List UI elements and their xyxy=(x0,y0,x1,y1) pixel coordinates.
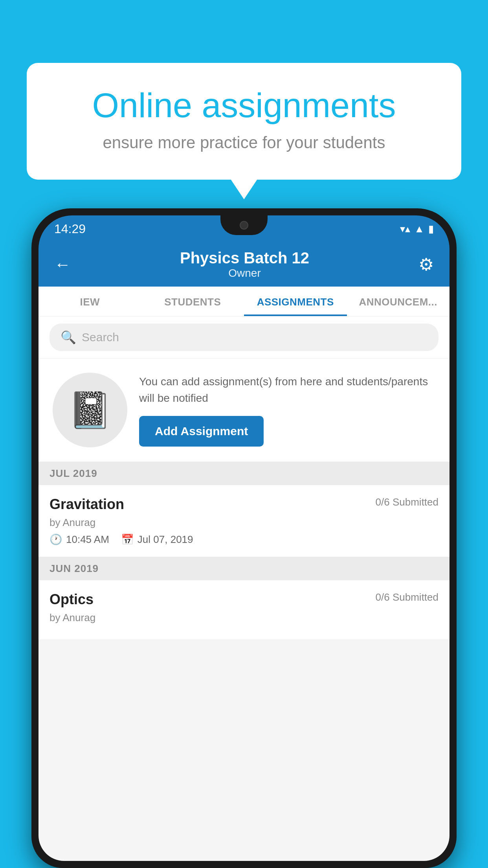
assignment-time: 🕐 10:45 AM xyxy=(50,533,109,546)
month-label-jun: JUN 2019 xyxy=(50,563,99,574)
signal-icon: ▲ xyxy=(414,223,424,235)
speech-bubble-subtitle: ensure more practice for your students xyxy=(58,133,430,152)
assignment-date: 📅 Jul 07, 2019 xyxy=(121,533,193,546)
speech-bubble: Online assignments ensure more practice … xyxy=(27,63,461,180)
assignment-item-gravitation[interactable]: Gravitation 0/6 Submitted by Anurag 🕐 10… xyxy=(39,485,449,557)
search-icon: 🔍 xyxy=(61,330,76,345)
notebook-icon: 📓 xyxy=(68,390,112,431)
wifi-icon: ▾▴ xyxy=(400,223,410,235)
header-title-group: Physics Batch 12 Owner xyxy=(71,249,418,280)
tab-students[interactable]: STUDENTS xyxy=(141,287,244,316)
notch-camera xyxy=(240,221,248,230)
search-placeholder: Search xyxy=(82,331,119,344)
tab-announcements[interactable]: ANNOUNCEM... xyxy=(347,287,450,316)
assignment-header: Gravitation 0/6 Submitted xyxy=(50,496,438,513)
calendar-icon: 📅 xyxy=(121,533,134,546)
phone-screen: 14:29 ▾▴ ▲ ▮ ← Physics Batch 12 Owner ⚙ … xyxy=(39,215,449,861)
month-section-jun: JUN 2019 xyxy=(39,557,449,580)
notch xyxy=(220,215,268,235)
assignment-header-optics: Optics 0/6 Submitted xyxy=(50,591,438,608)
assignment-name-optics: Optics xyxy=(50,591,94,608)
add-assignment-button[interactable]: Add Assignment xyxy=(139,416,264,447)
app-header: ← Physics Batch 12 Owner ⚙ xyxy=(39,242,449,287)
assignment-item-optics[interactable]: Optics 0/6 Submitted by Anurag xyxy=(39,580,449,640)
assignment-submitted: 0/6 Submitted xyxy=(376,496,438,508)
header-title: Physics Batch 12 xyxy=(71,249,418,267)
tab-assignments[interactable]: ASSIGNMENTS xyxy=(244,287,347,316)
status-time: 14:29 xyxy=(54,222,86,236)
header-subtitle: Owner xyxy=(71,267,418,280)
tab-iew[interactable]: IEW xyxy=(39,287,141,316)
assignment-prompt-right: You can add assignment(s) from here and … xyxy=(139,373,435,447)
status-bar: 14:29 ▾▴ ▲ ▮ xyxy=(39,215,449,242)
phone-frame: 14:29 ▾▴ ▲ ▮ ← Physics Batch 12 Owner ⚙ … xyxy=(31,208,457,868)
assignment-icon-circle: 📓 xyxy=(53,373,127,447)
assignment-name: Gravitation xyxy=(50,496,124,513)
assignment-author-optics: by Anurag xyxy=(50,612,438,624)
assignment-submitted-optics: 0/6 Submitted xyxy=(376,591,438,603)
speech-bubble-title: Online assignments xyxy=(58,86,430,125)
month-section-jul: JUL 2019 xyxy=(39,462,449,485)
battery-icon: ▮ xyxy=(428,223,434,235)
back-button[interactable]: ← xyxy=(54,255,71,274)
tab-bar: IEW STUDENTS ASSIGNMENTS ANNOUNCEM... xyxy=(39,287,449,316)
assignment-prompt: 📓 You can add assignment(s) from here an… xyxy=(39,359,449,462)
search-input-wrapper[interactable]: 🔍 Search xyxy=(50,324,438,351)
assignment-prompt-text: You can add assignment(s) from here and … xyxy=(139,373,435,406)
settings-icon[interactable]: ⚙ xyxy=(418,254,434,274)
app-content: 🔍 Search 📓 You can add assignment(s) fro… xyxy=(39,316,449,861)
clock-icon: 🕐 xyxy=(50,533,62,546)
assignment-author: by Anurag xyxy=(50,517,438,529)
status-icons: ▾▴ ▲ ▮ xyxy=(400,223,434,235)
assignment-details: 🕐 10:45 AM 📅 Jul 07, 2019 xyxy=(50,533,438,546)
speech-bubble-container: Online assignments ensure more practice … xyxy=(27,63,461,180)
month-label-jul: JUL 2019 xyxy=(50,467,97,479)
search-container: 🔍 Search xyxy=(39,316,449,359)
